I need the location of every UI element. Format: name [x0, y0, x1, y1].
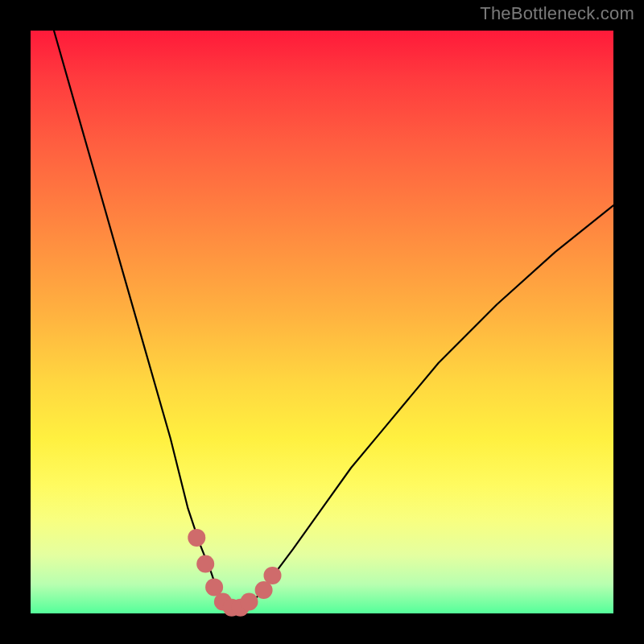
highlight-marker	[241, 593, 258, 611]
curve-svg	[31, 31, 613, 613]
bottleneck-curve-path	[54, 31, 613, 608]
chart-frame: TheBottleneck.com	[0, 0, 644, 644]
plot-area	[31, 31, 613, 613]
highlight-marker	[196, 555, 214, 573]
watermark-text: TheBottleneck.com	[480, 3, 634, 24]
highlight-marker	[264, 567, 282, 584]
highlight-markers	[188, 529, 281, 617]
highlight-marker	[188, 529, 205, 547]
